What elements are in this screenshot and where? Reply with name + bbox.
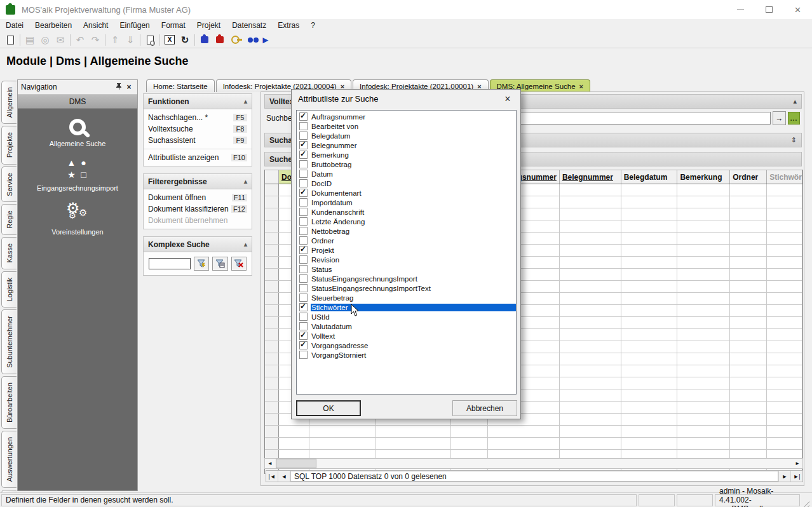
menu-item[interactable]: Projekt bbox=[191, 20, 226, 31]
run-icon[interactable] bbox=[258, 34, 273, 46]
checkbox[interactable] bbox=[299, 246, 308, 254]
menu-item[interactable]: Bearbeiten bbox=[29, 20, 78, 31]
panel-action[interactable]: Nachschlagen... * F5 bbox=[144, 112, 252, 123]
attribute-list-item[interactable]: Belegdatum bbox=[297, 131, 516, 140]
checkbox[interactable] bbox=[299, 265, 308, 273]
minimize-button[interactable] bbox=[726, 0, 755, 19]
binoculars-icon[interactable] bbox=[243, 34, 258, 46]
attribute-list-item[interactable]: DocID bbox=[297, 179, 516, 188]
email-icon[interactable] bbox=[53, 34, 68, 46]
attribute-list-item[interactable]: Valutadatum bbox=[297, 321, 516, 331]
module-tab[interactable]: Logistik bbox=[1, 271, 17, 308]
checkbox[interactable] bbox=[299, 227, 308, 235]
excel-export-icon[interactable]: X bbox=[162, 34, 177, 46]
report-preview-icon[interactable] bbox=[142, 34, 158, 46]
table-header-cell[interactable] bbox=[265, 170, 279, 184]
previous-record-icon[interactable]: ◄ bbox=[278, 471, 290, 482]
scroll-right-icon[interactable]: ► bbox=[792, 459, 802, 468]
checkbox[interactable] bbox=[299, 151, 308, 159]
panel-action[interactable]: Dokument übernehmen bbox=[144, 215, 252, 226]
attribute-list-item[interactable]: StatusEingangsrechnungsImportText bbox=[297, 283, 516, 293]
checkbox[interactable] bbox=[299, 198, 308, 206]
checkbox[interactable] bbox=[299, 170, 308, 178]
dialog-close-icon[interactable]: × bbox=[495, 90, 520, 108]
attribute-list-item[interactable]: Stichwörter bbox=[297, 302, 516, 312]
keys-icon[interactable] bbox=[227, 34, 243, 46]
first-record-icon[interactable]: |◄ bbox=[266, 471, 278, 482]
checkbox[interactable] bbox=[299, 274, 308, 283]
panel-komplexe-suche-header[interactable]: Komplexe Suche bbox=[144, 237, 252, 252]
checkbox[interactable] bbox=[299, 189, 308, 197]
checkbox[interactable] bbox=[299, 303, 308, 311]
filter-clear-icon[interactable] bbox=[231, 257, 247, 271]
table-row[interactable] bbox=[265, 426, 802, 438]
attribute-list-item[interactable]: Dokumentenart bbox=[297, 188, 516, 198]
attribute-list-item[interactable]: Volltext bbox=[297, 331, 516, 341]
last-record-icon[interactable]: ►| bbox=[790, 471, 802, 482]
menu-item[interactable]: Format bbox=[156, 20, 191, 31]
scroll-left-icon[interactable]: ◄ bbox=[265, 459, 275, 468]
refresh-icon[interactable] bbox=[177, 34, 193, 46]
attribute-list-item[interactable]: UStId bbox=[297, 312, 516, 321]
attribute-list-item[interactable]: VorgangStorniert bbox=[297, 350, 516, 360]
undo-icon[interactable] bbox=[72, 34, 88, 46]
panel-action[interactable]: Attributliste anzeigen F10 bbox=[144, 152, 252, 163]
print-preview-icon[interactable] bbox=[37, 34, 53, 46]
attribute-list-item[interactable]: Status bbox=[297, 264, 516, 274]
filter-run-icon[interactable] bbox=[194, 257, 209, 271]
search-options-icon[interactable]: ... bbox=[788, 112, 800, 125]
checkbox[interactable] bbox=[299, 341, 308, 349]
attribute-list-item[interactable]: Ordner bbox=[297, 236, 516, 245]
document-tab[interactable]: Home: Startseite × bbox=[146, 79, 215, 92]
attribute-list-item[interactable]: Belegnummer bbox=[297, 140, 516, 150]
table-header-cell[interactable]: Stichwörter bbox=[767, 170, 802, 184]
panel-action[interactable]: Dokument klassifizieren F12 bbox=[144, 203, 252, 215]
attribute-list-item[interactable]: Nettobetrag bbox=[297, 226, 516, 236]
module-tab[interactable]: Subunternehmer bbox=[1, 309, 17, 374]
horizontal-scrollbar[interactable]: ◄ ► bbox=[264, 458, 803, 469]
module-red-icon[interactable] bbox=[212, 34, 227, 46]
move-down-icon[interactable] bbox=[123, 34, 138, 46]
redo-icon[interactable] bbox=[88, 34, 103, 46]
next-record-icon[interactable]: ► bbox=[778, 471, 790, 482]
ok-button[interactable]: OK bbox=[296, 400, 361, 416]
attribute-list-item[interactable]: Bemerkung bbox=[297, 150, 516, 159]
table-header-cell[interactable]: Ordner bbox=[730, 170, 767, 184]
checkbox[interactable] bbox=[299, 217, 308, 226]
new-document-icon[interactable] bbox=[3, 34, 18, 46]
nav-item-allgemeine-suche[interactable]: Allgemeine Suche bbox=[50, 119, 106, 147]
expand-collapse-icon[interactable]: ⇕ bbox=[791, 136, 797, 144]
move-up-icon[interactable] bbox=[107, 34, 123, 46]
module-tab[interactable]: Projekte bbox=[1, 126, 17, 164]
table-header-cell[interactable]: Bemerkung bbox=[677, 170, 730, 184]
module-tab[interactable]: Regie bbox=[1, 204, 17, 235]
module-tab[interactable]: Auswertungen bbox=[1, 431, 17, 488]
checkbox[interactable] bbox=[299, 179, 308, 187]
attribute-list-item[interactable]: Projekt bbox=[297, 245, 516, 255]
panel-action[interactable]: Dokument öffnen F11 bbox=[144, 192, 252, 203]
module-tab[interactable]: Service bbox=[1, 166, 17, 203]
nav-item-eingangsrechnungsimport[interactable]: ▲●★□ Eingangsrechnungsimport bbox=[37, 158, 118, 192]
module-tab[interactable]: Allgemein bbox=[1, 81, 17, 124]
menu-item[interactable]: Extras bbox=[272, 20, 305, 31]
menu-item[interactable]: Datensatz bbox=[226, 20, 272, 31]
checkbox[interactable] bbox=[299, 141, 308, 149]
checkbox[interactable] bbox=[299, 322, 308, 330]
attribute-list-item[interactable]: Revision bbox=[297, 255, 516, 264]
maximize-button[interactable] bbox=[755, 0, 783, 19]
checkbox[interactable] bbox=[299, 112, 308, 121]
filter-list-icon[interactable] bbox=[212, 257, 227, 271]
scrollbar-thumb[interactable] bbox=[276, 459, 316, 468]
attribute-list-item[interactable]: Datum bbox=[297, 169, 516, 179]
checkbox[interactable] bbox=[299, 160, 308, 168]
search-go-icon[interactable]: → bbox=[773, 111, 786, 125]
checkbox[interactable] bbox=[299, 284, 308, 292]
table-row[interactable] bbox=[265, 438, 802, 450]
table-header-cell[interactable]: Belegnummer bbox=[560, 170, 621, 184]
checkbox[interactable] bbox=[299, 294, 308, 302]
nav-item-voreinstellungen[interactable]: ⚙⚙⚙ Voreinstellungen bbox=[51, 202, 103, 236]
attribute-list-item[interactable]: Letzte Änderung bbox=[297, 217, 516, 226]
menu-item[interactable]: Ansicht bbox=[78, 20, 114, 31]
panel-funktionen-header[interactable]: Funktionen bbox=[144, 94, 252, 109]
table-header-cell[interactable]: Belegdatum bbox=[621, 170, 678, 184]
